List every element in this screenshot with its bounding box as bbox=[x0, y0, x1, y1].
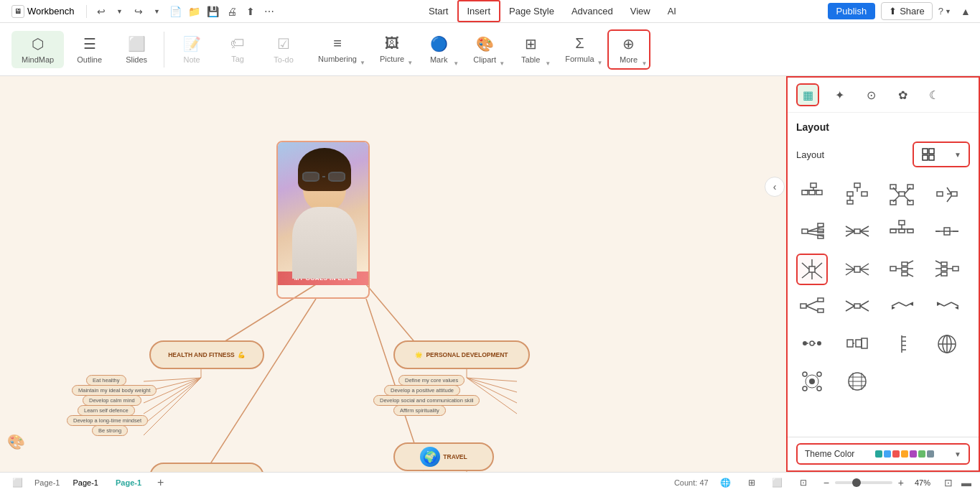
share-button[interactable]: ⬆ Share bbox=[881, 2, 933, 20]
more-label: More bbox=[620, 55, 638, 64]
location-tab-button[interactable]: ⊙ bbox=[859, 83, 882, 106]
fullscreen-button[interactable]: ⊡ bbox=[944, 477, 953, 488]
layout-option-22[interactable] bbox=[841, 366, 873, 397]
save-button[interactable]: 💾 bbox=[205, 3, 222, 20]
globe-button[interactable]: 🌐 bbox=[717, 474, 734, 491]
export-button[interactable]: ⬆ bbox=[242, 3, 259, 20]
svg-line-99 bbox=[907, 261, 913, 264]
nav-start[interactable]: Start bbox=[420, 1, 457, 21]
open-button[interactable]: 📁 bbox=[186, 3, 203, 20]
layout-option-1[interactable] bbox=[796, 179, 828, 210]
new-doc-button[interactable]: 📄 bbox=[167, 3, 185, 20]
collapse-button[interactable]: ▲ bbox=[957, 3, 974, 20]
nav-ai[interactable]: AI bbox=[659, 1, 685, 21]
swatch-teal bbox=[875, 450, 882, 458]
layout-option-19[interactable] bbox=[886, 328, 918, 360]
travel-branch[interactable]: 🌍 TRAVEL bbox=[393, 442, 494, 471]
layout-option-7[interactable] bbox=[886, 216, 918, 248]
svg-rect-51 bbox=[951, 192, 957, 196]
svg-rect-35 bbox=[816, 190, 822, 195]
add-page-button[interactable]: + bbox=[154, 476, 167, 489]
svg-rect-63 bbox=[854, 229, 860, 233]
redo-button[interactable]: ↪ bbox=[130, 3, 147, 20]
svg-rect-96 bbox=[902, 262, 907, 266]
svg-rect-110 bbox=[801, 304, 806, 308]
layout-option-14[interactable] bbox=[841, 291, 873, 322]
sidebar-toggle-button[interactable]: ⬜ bbox=[9, 474, 26, 491]
tool-outline[interactable]: ☰ Outline bbox=[67, 31, 112, 68]
layout-option-8[interactable] bbox=[931, 216, 963, 248]
svg-rect-80 bbox=[809, 266, 815, 272]
nav-insert[interactable]: Insert bbox=[457, 0, 501, 22]
layout-tab-button[interactable]: ▦ bbox=[796, 83, 819, 106]
formula-icon: Σ bbox=[575, 35, 584, 52]
layout-option-12[interactable] bbox=[931, 254, 963, 285]
tool-note[interactable]: 📝 Note bbox=[170, 31, 213, 68]
tool-mark[interactable]: 🔵 Mark ▼ bbox=[417, 31, 460, 68]
layout-option-16[interactable] bbox=[931, 291, 963, 322]
center-node[interactable]: MY GOALS IN LIFE bbox=[276, 141, 370, 299]
zoom-slider[interactable] bbox=[835, 481, 892, 484]
layout-option-5[interactable] bbox=[796, 216, 828, 248]
tool-table[interactable]: ⊞ Table ▼ bbox=[509, 31, 552, 68]
svg-line-118 bbox=[860, 301, 869, 306]
layout-option-21[interactable] bbox=[796, 366, 828, 397]
app-logo[interactable]: 🖥 Workbench bbox=[6, 5, 80, 18]
tool-todo[interactable]: ☑ To-do bbox=[262, 31, 305, 68]
svg-rect-49 bbox=[890, 200, 896, 205]
zoom-control: − + 47% bbox=[821, 477, 935, 488]
tool-numbering[interactable]: ≡ Numbering ▼ bbox=[308, 31, 367, 68]
ai-tab-button[interactable]: ✦ bbox=[828, 83, 851, 106]
undo-button[interactable]: ↩ bbox=[93, 3, 110, 20]
collapse-status-button[interactable]: ▬ bbox=[961, 477, 971, 488]
tool-clipart[interactable]: 🎨 Clipart ▼ bbox=[463, 31, 506, 68]
canvas[interactable]: MY GOALS IN LIFE HEALTH AND FITNESS 💪 Ea… bbox=[0, 76, 786, 472]
zoom-plus-button[interactable]: + bbox=[895, 477, 907, 488]
layout-option-4[interactable] bbox=[931, 179, 963, 210]
layout-option-10[interactable] bbox=[841, 254, 873, 285]
svg-line-93 bbox=[860, 269, 869, 275]
tool-picture[interactable]: 🖼 Picture ▼ bbox=[370, 31, 414, 68]
redo-dropdown[interactable]: ▼ bbox=[149, 3, 166, 20]
nav-page-style[interactable]: Page Style bbox=[500, 1, 563, 21]
page-tab-1[interactable]: Page-1 bbox=[68, 477, 102, 488]
print-button[interactable]: 🖨 bbox=[223, 3, 241, 20]
moon-tab-button[interactable]: ☾ bbox=[923, 83, 946, 106]
settings-tab-button[interactable]: ✿ bbox=[891, 83, 914, 106]
lifestyle-branch[interactable]: LIFESTYLE 🌺 bbox=[149, 463, 264, 472]
zoom-minus-button[interactable]: − bbox=[821, 477, 832, 488]
more-actions-button[interactable]: ⋯ bbox=[261, 3, 278, 20]
nav-advanced[interactable]: Advanced bbox=[563, 1, 622, 21]
expand-button[interactable]: ⊡ bbox=[795, 474, 812, 491]
nav-view[interactable]: View bbox=[622, 1, 659, 21]
layout-option-11[interactable] bbox=[886, 254, 918, 285]
page-tab-active[interactable]: Page-1 bbox=[111, 477, 146, 488]
panel-collapse-button[interactable]: ‹ bbox=[765, 177, 785, 197]
svg-point-151 bbox=[817, 372, 821, 376]
layout-option-20[interactable] bbox=[931, 328, 963, 360]
layout-option-18[interactable] bbox=[841, 328, 873, 360]
formula-label: Formula bbox=[565, 55, 594, 63]
layout-option-2[interactable] bbox=[841, 179, 873, 210]
grid-view-button[interactable]: ⊞ bbox=[743, 474, 760, 491]
tool-tag[interactable]: 🏷 Tag bbox=[216, 31, 259, 68]
theme-color-row[interactable]: Theme Color ▼ bbox=[796, 443, 970, 465]
publish-button[interactable]: Publish bbox=[828, 3, 876, 19]
tool-mindmap[interactable]: ⬡ MindMap bbox=[11, 31, 64, 68]
layout-option-17[interactable] bbox=[796, 328, 828, 360]
layout-option-13[interactable] bbox=[796, 291, 828, 322]
tool-formula[interactable]: Σ Formula ▼ bbox=[555, 31, 604, 68]
tool-slides[interactable]: ⬜ Slides bbox=[115, 31, 158, 68]
layout-dropdown[interactable]: ▼ bbox=[913, 141, 970, 167]
layout-option-9[interactable] bbox=[796, 254, 828, 285]
layout-option-15[interactable] bbox=[886, 291, 918, 322]
tool-more[interactable]: ⊕ More ▼ bbox=[607, 29, 650, 70]
health-branch[interactable]: HEALTH AND FITNESS 💪 bbox=[149, 340, 264, 369]
layout-option-3[interactable] bbox=[886, 179, 918, 210]
help-button[interactable]: ? ▼ bbox=[938, 6, 951, 17]
personal-branch[interactable]: 🌟 PERSONAL DEVELOPMENT bbox=[393, 340, 530, 369]
list-view-button[interactable]: ⬜ bbox=[769, 474, 786, 491]
layout-option-6[interactable] bbox=[841, 216, 873, 248]
undo-dropdown[interactable]: ▼ bbox=[111, 3, 129, 20]
svg-line-8 bbox=[144, 378, 201, 414]
